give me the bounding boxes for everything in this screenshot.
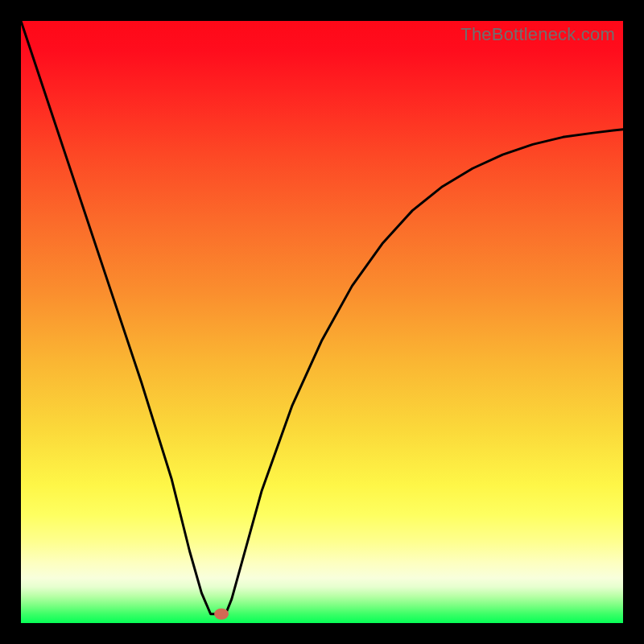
optimal-point-marker: [214, 609, 229, 620]
attribution-label: TheBottleneck.com: [460, 24, 615, 45]
chart-frame: TheBottleneck.com: [0, 0, 644, 644]
curve-layer: [21, 21, 623, 623]
bottleneck-curve: [21, 21, 623, 614]
plot-area: TheBottleneck.com: [21, 21, 623, 623]
